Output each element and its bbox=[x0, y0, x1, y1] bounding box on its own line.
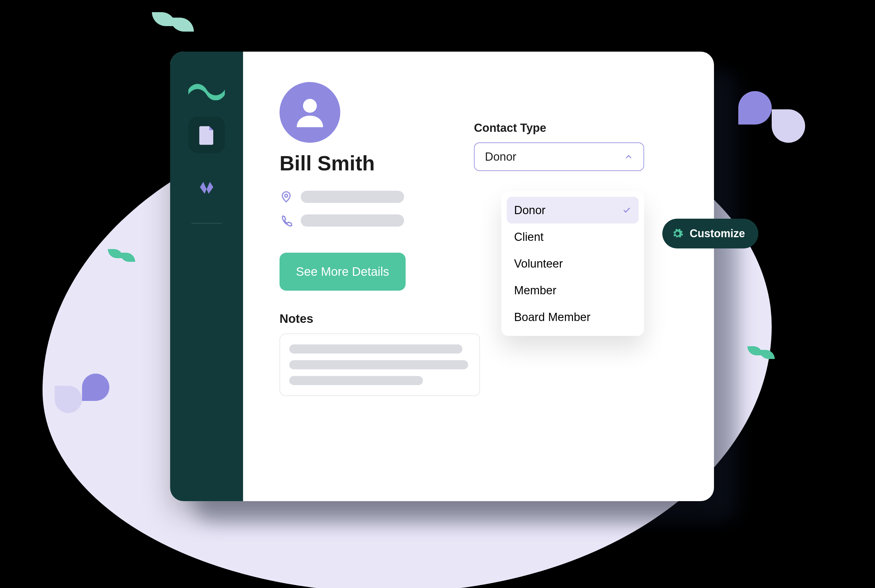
contact-type-select[interactable]: Donor bbox=[474, 142, 644, 171]
notes-line bbox=[289, 360, 468, 369]
svg-point-2 bbox=[210, 179, 212, 181]
sidebar-item-community[interactable] bbox=[188, 168, 225, 205]
sidebar-item-documents[interactable] bbox=[188, 117, 225, 153]
option-label: Member bbox=[514, 284, 556, 297]
quarter-decor-lilac-1 bbox=[55, 386, 82, 413]
see-more-details-button[interactable]: See More Details bbox=[279, 253, 405, 291]
notes-line bbox=[289, 376, 423, 385]
contact-type-option[interactable]: Member bbox=[507, 277, 639, 304]
contact-type-option[interactable]: Board Member bbox=[507, 304, 639, 330]
phone-placeholder bbox=[301, 214, 404, 226]
location-placeholder bbox=[301, 191, 404, 203]
option-label: Client bbox=[514, 231, 543, 244]
contact-type-label: Contact Type bbox=[474, 122, 644, 135]
person-icon bbox=[290, 93, 330, 132]
svg-point-0 bbox=[202, 179, 204, 181]
avatar bbox=[279, 82, 340, 143]
svg-point-4 bbox=[285, 194, 288, 197]
notes-line bbox=[289, 344, 462, 354]
hands-clap-icon bbox=[196, 176, 217, 197]
contact-type-dropdown: DonorClientVolunteerMemberBoard Member bbox=[501, 191, 644, 336]
option-label: Volunteer bbox=[514, 257, 563, 270]
option-label: Donor bbox=[514, 204, 546, 217]
check-icon bbox=[622, 206, 631, 215]
contact-type-field: Contact Type Donor bbox=[474, 122, 644, 171]
document-icon bbox=[196, 124, 217, 146]
svg-point-3 bbox=[303, 99, 317, 113]
notes-box bbox=[279, 333, 480, 396]
gear-icon bbox=[671, 228, 684, 240]
contact-type-selected: Donor bbox=[485, 150, 516, 164]
map-pin-icon bbox=[279, 190, 293, 204]
sidebar-divider bbox=[191, 223, 222, 224]
svg-point-1 bbox=[206, 177, 208, 180]
customize-label: Customize bbox=[690, 227, 745, 240]
brand-wave-logo-icon bbox=[188, 79, 225, 102]
customize-button[interactable]: Customize bbox=[662, 219, 758, 249]
content-area: Bill Smith See More Details Notes Contac… bbox=[243, 52, 714, 501]
sidebar bbox=[170, 52, 243, 501]
contact-type-option[interactable]: Volunteer bbox=[507, 250, 639, 277]
quarter-decor-purple-2 bbox=[772, 110, 805, 143]
quarter-decor-purple-1 bbox=[738, 91, 772, 124]
quarter-decor-lilac-2 bbox=[82, 374, 110, 401]
phone-icon bbox=[279, 214, 293, 227]
chevron-up-icon bbox=[624, 152, 633, 161]
contact-type-option[interactable]: Donor bbox=[507, 197, 639, 224]
option-label: Board Member bbox=[514, 311, 590, 324]
contact-type-option[interactable]: Client bbox=[507, 224, 639, 250]
contact-card: Bill Smith See More Details Notes Contac… bbox=[170, 52, 714, 501]
